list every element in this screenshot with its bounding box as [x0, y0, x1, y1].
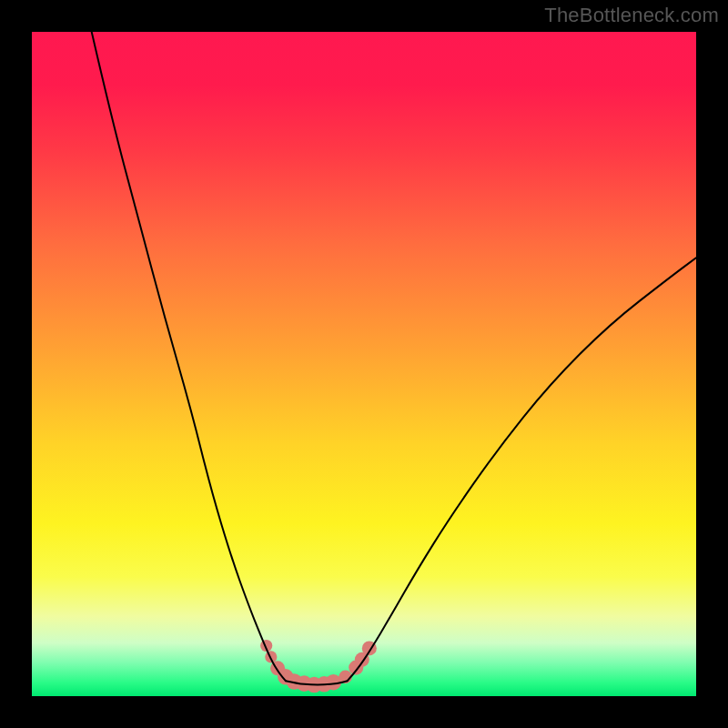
curve-layer: [92, 32, 696, 685]
chart-svg: [32, 32, 696, 696]
curve-left-branch: [92, 32, 286, 681]
curve-right-branch: [348, 258, 696, 681]
plot-area: [32, 32, 696, 696]
chart-frame: TheBottleneck.com: [0, 0, 728, 728]
watermark-text: TheBottleneck.com: [544, 4, 719, 27]
